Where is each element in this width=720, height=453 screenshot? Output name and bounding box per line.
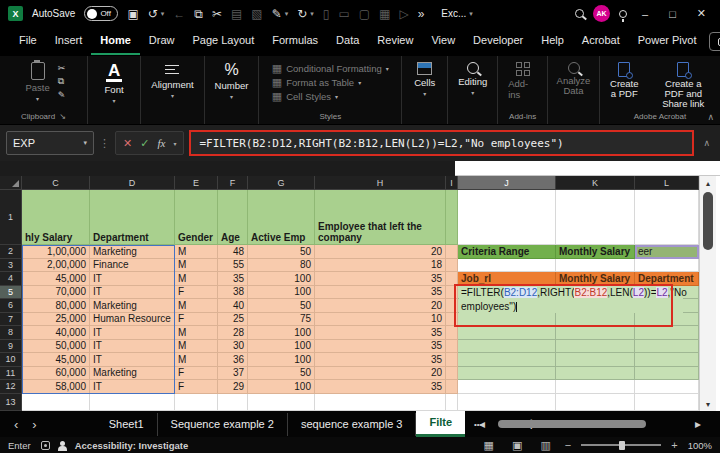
styles-item-format-as-table[interactable]: ▦Format as Table▾: [272, 77, 389, 88]
paste-button[interactable]: Paste▾: [19, 60, 55, 104]
cell-C2[interactable]: 1,00,000: [22, 245, 90, 259]
cell-I4[interactable]: [446, 272, 458, 286]
cell-H6[interactable]: 20: [315, 299, 446, 313]
cell-L7[interactable]: [635, 313, 699, 327]
cell-E9[interactable]: M: [175, 340, 218, 354]
cell-G9[interactable]: 100: [248, 340, 315, 354]
font-button[interactable]: A Font▾: [99, 60, 130, 106]
autosave-toggle[interactable]: Off: [84, 6, 118, 21]
insert-function-icon[interactable]: fx: [157, 137, 165, 149]
cell-E3[interactable]: M: [175, 259, 218, 273]
number-button[interactable]: % Number▾: [209, 60, 255, 102]
row-header-12[interactable]: 12: [0, 380, 22, 394]
accessibility-status[interactable]: Accessibility: Investigate: [75, 440, 189, 451]
comments-button[interactable]: Comments: [709, 32, 720, 51]
cell-C12[interactable]: 58,000: [22, 380, 90, 394]
undo-icon[interactable]: ↺: [148, 8, 158, 20]
cell-C3[interactable]: 2,00,000: [22, 259, 90, 273]
cell-J7[interactable]: [458, 313, 556, 327]
cell-E11[interactable]: F: [175, 367, 218, 381]
cell-E6[interactable]: M: [175, 299, 218, 313]
cell-L4[interactable]: Department: [635, 272, 699, 286]
cell-D7[interactable]: Human Resource: [90, 313, 175, 327]
cell-H10[interactable]: 35: [315, 353, 446, 367]
lightbulb-icon[interactable]: [619, 10, 627, 18]
cell-D9[interactable]: IT: [90, 340, 175, 354]
macro-record-icon[interactable]: [41, 441, 50, 450]
hscroll-right-icon[interactable]: ▸: [686, 417, 710, 431]
styles-item-conditional-formatting[interactable]: ▦Conditional Formatting▾: [272, 63, 389, 74]
search-icon[interactable]: [575, 9, 584, 18]
formula-input[interactable]: =FILTER(B2:D12,RIGHT(B2:B12,LEN(L2))=L2,…: [189, 130, 694, 156]
cell-D5[interactable]: IT: [90, 286, 175, 300]
copy-icon[interactable]: ⧉: [194, 8, 203, 20]
cell-K1[interactable]: [556, 190, 635, 245]
undo-chevron-icon[interactable]: ▾: [161, 10, 165, 18]
cell-C7[interactable]: 25,000: [22, 313, 90, 327]
cell-I12[interactable]: [446, 380, 458, 394]
cell-D4[interactable]: IT: [90, 272, 175, 286]
minimize-button[interactable]: –: [636, 8, 654, 20]
cell-K4[interactable]: Monthly Salary: [556, 272, 635, 286]
column-header-C[interactable]: C: [22, 176, 90, 190]
cell-K8[interactable]: [556, 326, 635, 340]
confirm-entry-icon[interactable]: ✓: [140, 137, 149, 150]
zoom-out-icon[interactable]: −: [565, 439, 571, 451]
cell-C10[interactable]: 45,000: [22, 353, 90, 367]
cell-C5[interactable]: 70,000: [22, 286, 90, 300]
vertical-scrollbar-thumb[interactable]: [703, 192, 713, 250]
cell-D11[interactable]: Marketing: [90, 367, 175, 381]
cell-F4[interactable]: 35: [218, 272, 248, 286]
ribbon-tab-review[interactable]: Review: [368, 29, 422, 55]
cell-J12[interactable]: [458, 380, 556, 394]
ribbon-tab-home[interactable]: Home: [91, 29, 140, 55]
cell-L9[interactable]: [635, 340, 699, 354]
cell-H11[interactable]: 20: [315, 367, 446, 381]
cell-E8[interactable]: M: [175, 326, 218, 340]
cell-H7[interactable]: 10: [315, 313, 446, 327]
title-chevron-icon[interactable]: ▾: [469, 10, 473, 18]
cell-D13[interactable]: [90, 394, 175, 411]
cell-C8[interactable]: 40,000: [22, 326, 90, 340]
cell-E1[interactable]: Gender: [175, 190, 218, 245]
cell-E13[interactable]: [175, 394, 218, 411]
cell-D12[interactable]: IT: [90, 380, 175, 394]
cell-I3[interactable]: [446, 259, 458, 273]
redo-icon[interactable]: ↻: [297, 8, 307, 20]
column-header-K[interactable]: K: [556, 176, 635, 190]
zoom-in-icon[interactable]: +: [671, 439, 677, 451]
row-header-9[interactable]: 9: [0, 340, 22, 354]
cell-F13[interactable]: [218, 394, 248, 411]
cell-I1[interactable]: [446, 190, 458, 245]
cell-L8[interactable]: [635, 326, 699, 340]
cell-E7[interactable]: F: [175, 313, 218, 327]
ribbon-tab-power-pivot[interactable]: Power Pivot: [629, 29, 706, 55]
row-header-6[interactable]: 6: [0, 299, 22, 313]
cell-J13[interactable]: [458, 394, 556, 411]
row-header-5[interactable]: 5: [0, 286, 22, 300]
cell-D3[interactable]: Finance: [90, 259, 175, 273]
cell-J1[interactable]: [458, 190, 556, 245]
cell-D2[interactable]: Marketing: [90, 245, 175, 259]
sheet-tab-sheet1[interactable]: Sheet1: [96, 413, 158, 436]
alignment-button[interactable]: Alignment▾: [145, 60, 199, 101]
formula-bar-collapse-icon[interactable]: ∧: [699, 138, 714, 148]
cell-E10[interactable]: M: [175, 353, 218, 367]
cell-K7[interactable]: [556, 313, 635, 327]
column-header-E[interactable]: E: [175, 176, 218, 190]
cell-G12[interactable]: 100: [248, 380, 315, 394]
cell-G6[interactable]: 50: [248, 299, 315, 313]
overflow-icon[interactable]: »: [418, 8, 425, 20]
styles-item-cell-styles[interactable]: ▦Cell Styles▾: [272, 91, 389, 102]
create-pdf-button[interactable]: Create a PDF: [604, 60, 645, 111]
cell-H12[interactable]: 35: [315, 380, 446, 394]
horizontal-scrollbar-thumb[interactable]: [498, 420, 646, 428]
page-layout-view-icon[interactable]: ▣: [508, 439, 526, 452]
ribbon-tab-acrobat[interactable]: Acrobat: [573, 29, 629, 55]
cell-E4[interactable]: M: [175, 272, 218, 286]
cell-F7[interactable]: 25: [218, 313, 248, 327]
cell-J4[interactable]: Job_rl: [458, 272, 556, 286]
cell-J3[interactable]: [458, 259, 556, 273]
cell-G8[interactable]: 100: [248, 326, 315, 340]
cell-H2[interactable]: 20: [315, 245, 446, 259]
